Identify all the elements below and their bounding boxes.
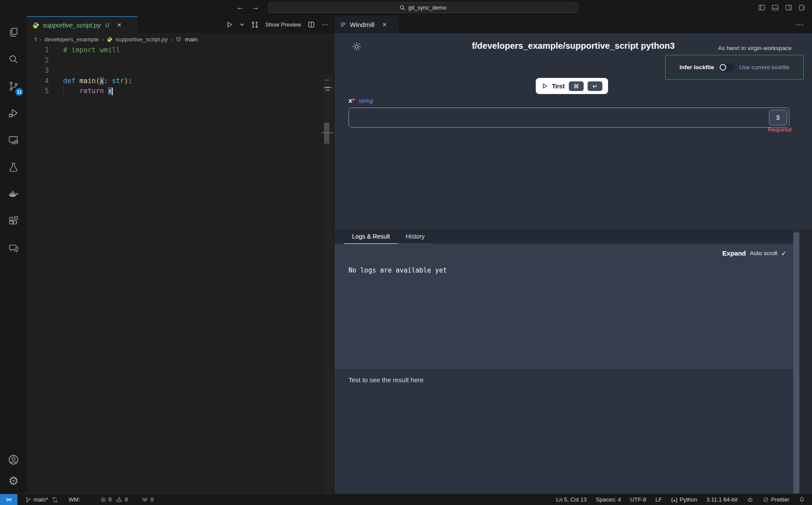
insert-variable-button[interactable]: $: [769, 110, 787, 125]
more-actions-icon[interactable]: ⋯: [321, 21, 328, 29]
formatter-label: Prettier: [771, 496, 789, 503]
indent-guide: [63, 86, 64, 96]
panel-tab-close-icon[interactable]: ×: [382, 21, 387, 28]
comments-icon[interactable]: [0, 235, 27, 262]
eol-sequence[interactable]: LF: [655, 496, 662, 503]
required-warning: Required: [768, 126, 792, 133]
tab-history[interactable]: History: [398, 229, 433, 244]
ports-status[interactable]: 0: [142, 496, 153, 503]
tab-supportive-script[interactable]: supportive_script.py U ×: [27, 16, 138, 33]
formatter-status[interactable]: Prettier: [763, 496, 789, 503]
logs-pane: Expand Auto scroll ✓ No logs are availab…: [335, 244, 793, 368]
argument-label-row: x* string: [348, 97, 373, 104]
back-icon[interactable]: ←: [237, 3, 244, 12]
cursor-position[interactable]: Ln 5, Col 13: [556, 496, 587, 503]
panel-scrollbar-track: [799, 229, 812, 494]
panel-more-actions-icon[interactable]: ⋯: [796, 20, 812, 29]
code-token: str: [112, 77, 124, 85]
testing-icon[interactable]: [0, 154, 27, 181]
account-icon[interactable]: [7, 454, 20, 466]
run-debug-icon[interactable]: [0, 100, 27, 127]
infer-lockfile-label: Infer lockfile: [680, 64, 714, 71]
breadcrumb-file[interactable]: supportive_script.py: [115, 36, 168, 43]
panel-tab-label: Windmill: [350, 21, 375, 28]
show-preview-button[interactable]: Show Preview: [265, 21, 301, 28]
tab-label: supportive_script.py: [43, 21, 101, 29]
docker-icon[interactable]: [0, 181, 27, 208]
lockfile-toggle[interactable]: [719, 63, 734, 71]
warning-count: 0: [125, 496, 128, 503]
search-view-icon[interactable]: [0, 46, 27, 73]
tab-windmill[interactable]: Windmill ×: [335, 16, 399, 33]
result-pane: Test to see the result here: [335, 368, 793, 494]
line-number: 3: [27, 66, 49, 76]
breadcrumb-root[interactable]: f: [35, 36, 37, 43]
language-mode[interactable]: {} Python: [671, 496, 697, 503]
chevron-right-icon: ›: [102, 36, 104, 43]
line-number: 4: [27, 76, 49, 87]
windmill-webview: f/developers_example/supportive_script p…: [335, 33, 812, 494]
braces-icon: {}: [671, 496, 678, 503]
search-icon: [399, 5, 406, 11]
prettier-disabled-icon: [763, 497, 769, 503]
explorer-icon[interactable]: [0, 19, 27, 46]
code-token: (: [96, 77, 100, 85]
open-changes-icon[interactable]: [251, 21, 259, 29]
panel-scrollbar[interactable]: [793, 232, 799, 493]
extensions-icon[interactable]: [0, 208, 27, 235]
problems-status[interactable]: 0 0: [100, 496, 128, 503]
toggle-secondary-sidebar-icon[interactable]: [785, 4, 792, 11]
customize-layout-icon[interactable]: [798, 4, 806, 11]
expand-button[interactable]: Expand: [722, 249, 746, 257]
breadcrumb-symbol[interactable]: main: [185, 36, 197, 43]
indentation[interactable]: Spaces: 4: [596, 496, 621, 503]
symbol-method-icon: [176, 36, 182, 42]
status-bar: >< main* WM: 0 0: [0, 494, 812, 505]
feedback-robot-icon[interactable]: [747, 496, 754, 503]
tab-logs-result[interactable]: Logs & Result: [344, 229, 398, 244]
command-center-search[interactable]: git_sync_demo: [268, 2, 578, 13]
warning-icon: [116, 496, 122, 503]
code-token: return: [63, 87, 108, 95]
notifications-bell-icon[interactable]: [798, 496, 805, 503]
remote-indicator[interactable]: ><: [0, 494, 17, 505]
result-placeholder: Test to see the result here: [348, 376, 424, 384]
toggle-panel-icon[interactable]: [771, 4, 779, 11]
test-button[interactable]: Test ⌘ ↵: [536, 78, 608, 94]
wm-status[interactable]: WM:: [68, 496, 80, 503]
remote-explorer-icon[interactable]: ><: [0, 127, 27, 154]
required-asterisk: *: [352, 97, 355, 104]
python-interpreter[interactable]: 3.11.1 64-bit: [707, 496, 738, 503]
use-current-lockfile-label: Use current lockfile: [739, 64, 789, 71]
run-python-file-icon[interactable]: [226, 21, 233, 28]
breadcrumb: f › developers_example › supportive_scri…: [27, 33, 335, 45]
code-token: :: [104, 77, 112, 85]
check-icon: ✓: [781, 250, 786, 257]
code-editor[interactable]: 1 # import wmill 2 3 4 def main(x: str):…: [27, 45, 335, 494]
git-branch-status[interactable]: main*: [25, 496, 58, 503]
source-control-icon[interactable]: 11: [0, 73, 27, 100]
no-logs-message: No logs are available yet: [348, 266, 447, 274]
tab-close-icon[interactable]: ×: [117, 21, 122, 29]
code-token: x: [108, 87, 112, 95]
argument-x-input[interactable]: $: [348, 108, 789, 128]
encoding[interactable]: UTF-8: [630, 496, 646, 503]
radio-tower-icon: [142, 496, 148, 503]
minimap-slider-line: [321, 132, 334, 133]
auto-scroll-label[interactable]: Auto scroll: [750, 250, 777, 256]
settings-gear-icon[interactable]: ⚙: [8, 475, 19, 487]
split-editor-icon[interactable]: [308, 21, 315, 28]
play-icon: [541, 83, 548, 89]
line-number: 2: [27, 56, 49, 66]
sync-icon: [52, 497, 58, 503]
toggle-sidebar-icon[interactable]: [758, 4, 765, 11]
preview-list-icon: [340, 21, 346, 28]
lockfile-option-box: Infer lockfile Use current lockfile: [665, 55, 804, 80]
breadcrumb-folder[interactable]: developers_example: [44, 36, 99, 43]
windmill-panel: Windmill × ⋯ f/developers_example/suppor…: [335, 16, 812, 494]
minimap[interactable]: [323, 74, 333, 494]
line-number: 5: [27, 86, 49, 97]
editor-scrollbar[interactable]: [324, 123, 329, 144]
run-dropdown-chevron-icon[interactable]: [240, 22, 244, 27]
forward-icon[interactable]: →: [252, 3, 259, 12]
